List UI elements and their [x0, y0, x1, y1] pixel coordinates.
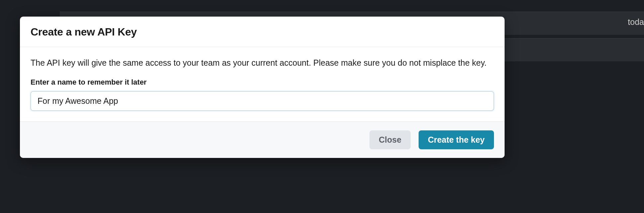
api-key-name-input[interactable]	[31, 91, 494, 111]
create-api-key-modal: Create a new API Key The API key will gi…	[20, 17, 505, 158]
modal-body: The API key will give the same access to…	[20, 47, 505, 121]
api-key-name-label: Enter a name to remember it later	[31, 78, 494, 87]
modal-title: Create a new API Key	[31, 26, 494, 38]
create-key-button[interactable]: Create the key	[419, 130, 494, 149]
modal-footer: Close Create the key	[20, 121, 505, 158]
modal-description: The API key will give the same access to…	[31, 57, 494, 69]
close-button[interactable]: Close	[369, 130, 411, 149]
background-text: toda	[628, 17, 644, 27]
modal-header: Create a new API Key	[20, 17, 505, 47]
